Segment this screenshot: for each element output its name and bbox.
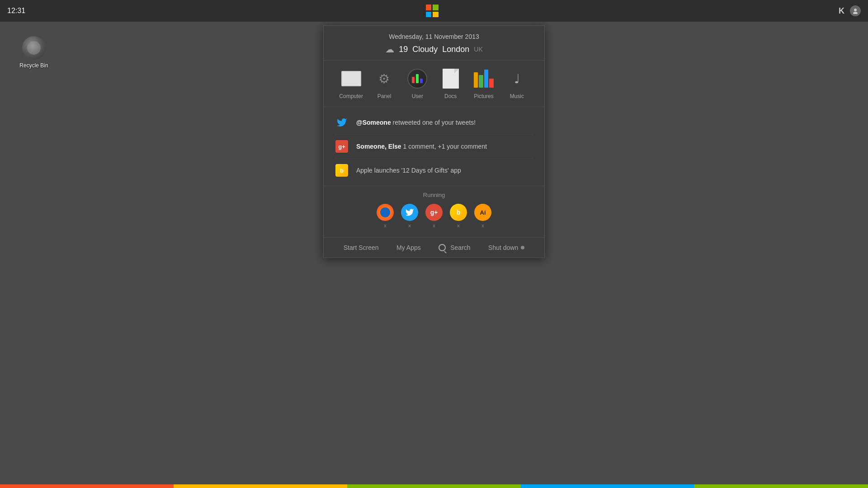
- user-label: User: [412, 93, 423, 99]
- app-item-music[interactable]: ♩ Music: [501, 68, 533, 99]
- shutdown-dot-icon: [521, 246, 524, 249]
- pictures-label: Pictures: [474, 93, 493, 99]
- recycle-bin-inner: [27, 41, 41, 55]
- firefox-close[interactable]: x: [384, 223, 387, 228]
- windows-logo-grid: [426, 5, 439, 17]
- pic-bar3: [484, 70, 489, 88]
- ai-running-icon: Ai: [474, 204, 491, 221]
- gplus-running-icon: g+: [425, 204, 443, 221]
- firefox-icon: [377, 204, 394, 221]
- twitter-close[interactable]: x: [408, 223, 411, 228]
- windows-logo[interactable]: [426, 5, 439, 17]
- temperature-label: 19: [399, 45, 408, 54]
- search-label: Search: [450, 244, 470, 251]
- computer-icon-wrap: [340, 68, 362, 89]
- pictures-icon: [474, 70, 494, 88]
- user-icon-wrap: [406, 68, 428, 89]
- app-item-computer[interactable]: Computer: [335, 68, 367, 99]
- user-bars: [412, 74, 423, 83]
- ai-close[interactable]: x: [481, 223, 484, 228]
- shut-down-label: Shut down: [488, 244, 518, 251]
- pic-bar1: [474, 72, 478, 88]
- kaspersky-icon[interactable]: K: [839, 6, 844, 16]
- notification-bing[interactable]: b Apple launches '12 Days of Gifts' app: [335, 159, 533, 182]
- app-item-user[interactable]: User: [401, 68, 433, 99]
- bing-notification-text: Apple launches '12 Days of Gifts' app: [356, 167, 461, 174]
- search-handle: [444, 251, 447, 253]
- gplus-notification-text: Someone, Else 1 comment, +1 your comment: [356, 143, 487, 150]
- weather-description: Cloudy: [412, 45, 438, 54]
- panel-nav: Start Screen My Apps Search Shut down: [324, 238, 544, 258]
- running-app-bing[interactable]: b x: [450, 204, 467, 228]
- my-apps-label: My Apps: [396, 244, 421, 251]
- running-app-ai[interactable]: Ai x: [474, 204, 491, 228]
- search-circle: [439, 244, 446, 251]
- logo-square-blue: [426, 12, 432, 18]
- bar-red: [412, 77, 415, 83]
- app-item-panel[interactable]: ⚙ Panel: [368, 68, 400, 99]
- notification-gplus[interactable]: g+ Someone, Else 1 comment, +1 your comm…: [335, 135, 533, 159]
- taskbar-right: K: [839, 5, 861, 16]
- recycle-bin-graphic: [22, 36, 46, 60]
- shut-down-button[interactable]: Shut down: [488, 244, 524, 251]
- user-icon-graphic: [407, 69, 427, 89]
- panel-label: Panel: [377, 93, 392, 99]
- bing-icon-graphic: b: [335, 164, 348, 177]
- twitter-notification-text: @Someone retweeted one of your tweets!: [356, 119, 476, 126]
- user-icon[interactable]: [850, 5, 861, 16]
- running-section: Running x x g+ x b: [324, 186, 544, 238]
- running-app-firefox[interactable]: x: [377, 204, 394, 228]
- music-icon: ♩: [514, 71, 520, 86]
- weather-row: ☁ 19 Cloudy London UK: [335, 44, 533, 55]
- my-apps-button[interactable]: My Apps: [396, 244, 421, 251]
- docs-icon-wrap: [440, 68, 462, 89]
- logo-square-green: [433, 5, 439, 10]
- bing-notification-icon: b: [335, 163, 349, 178]
- start-screen-button[interactable]: Start Screen: [344, 244, 379, 251]
- logo-square-red: [426, 5, 432, 10]
- firefox-inner: [380, 207, 390, 217]
- notification-twitter[interactable]: @Someone retweeted one of your tweets!: [335, 111, 533, 135]
- app-item-docs[interactable]: Docs: [435, 68, 467, 99]
- pic-bar4: [489, 79, 494, 88]
- bing-running-icon: b: [450, 204, 467, 221]
- docs-icon: [443, 69, 459, 89]
- pic-bar2: [479, 75, 483, 88]
- search-icon: [439, 244, 446, 251]
- bing-close[interactable]: x: [457, 223, 460, 228]
- panel-header: Wednesday, 11 November 2013 ☁ 19 Cloudy …: [324, 26, 544, 61]
- pictures-icon-wrap: [473, 68, 495, 89]
- docs-label: Docs: [444, 93, 457, 99]
- gplus-close[interactable]: x: [433, 223, 435, 228]
- running-apps-row: x x g+ x b x Ai x: [335, 204, 533, 228]
- bar-green: [416, 74, 419, 83]
- app-item-pictures[interactable]: Pictures: [468, 68, 500, 99]
- logo-square-yellow: [433, 12, 439, 18]
- bar-blue: [420, 79, 423, 83]
- gplus-notification-icon: g+: [335, 139, 349, 154]
- running-app-twitter[interactable]: x: [401, 204, 418, 228]
- recycle-bin-label: Recycle Bin: [19, 62, 48, 69]
- date-label: Wednesday, 11 November 2013: [335, 33, 533, 40]
- location-country: UK: [474, 46, 482, 53]
- search-button[interactable]: Search: [439, 244, 470, 251]
- twitter-notification-icon: [335, 115, 349, 130]
- running-label: Running: [335, 192, 533, 198]
- taskbar: 12:31 K: [0, 0, 868, 22]
- svg-point-0: [854, 9, 857, 11]
- notifications-section: @Someone retweeted one of your tweets! g…: [324, 107, 544, 186]
- svg-point-1: [853, 12, 858, 14]
- gear-icon: ⚙: [378, 71, 390, 86]
- running-app-gplus[interactable]: g+ x: [425, 204, 443, 228]
- recycle-bin-icon[interactable]: Recycle Bin: [16, 36, 52, 69]
- location-label: London: [442, 45, 469, 54]
- gplus-icon-graphic: g+: [335, 140, 348, 153]
- music-icon-wrap: ♩: [506, 68, 528, 89]
- clock: 12:31: [7, 7, 25, 15]
- panel-icon-wrap: ⚙: [373, 68, 395, 89]
- colorbar: [0, 484, 868, 488]
- start-screen-label: Start Screen: [344, 244, 379, 251]
- computer-label: Computer: [339, 93, 363, 99]
- cloud-icon: ☁: [385, 44, 394, 55]
- app-icons-row: Computer ⚙ Panel User: [324, 61, 544, 107]
